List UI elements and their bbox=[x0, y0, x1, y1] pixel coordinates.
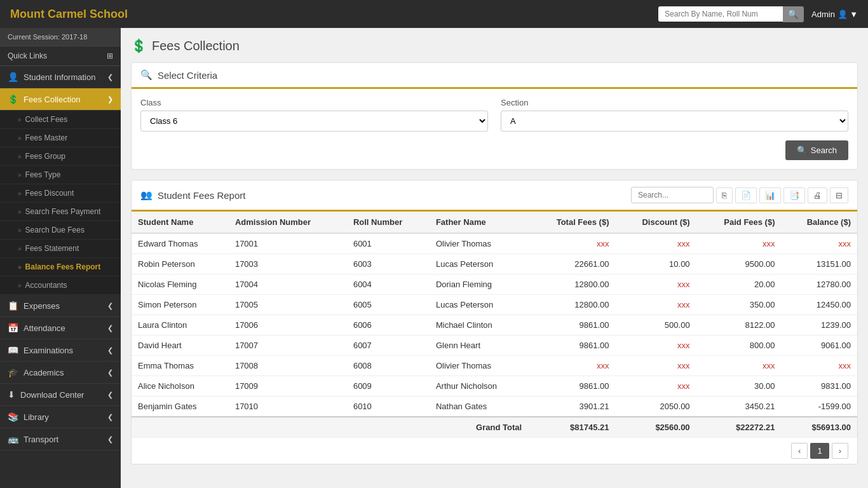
table-cell: Simon Peterson bbox=[132, 295, 229, 315]
table-cell: 9500.00 bbox=[696, 254, 782, 274]
print-button[interactable]: 🖨 bbox=[808, 187, 827, 203]
table-cell: 6001 bbox=[347, 233, 430, 254]
report-title: 👥 Student Fees Report bbox=[140, 189, 245, 201]
table-cell: 20.00 bbox=[696, 274, 782, 295]
table-cell: Glenn Heart bbox=[430, 336, 528, 356]
table-cell: 12800.00 bbox=[528, 295, 615, 315]
admin-menu[interactable]: Admin 👤 ▼ bbox=[811, 10, 858, 19]
table-cell: 17008 bbox=[229, 356, 347, 376]
table-header-row: Student Name Admission Number Roll Numbe… bbox=[132, 212, 857, 233]
columns-button[interactable]: ⊟ bbox=[830, 187, 848, 203]
excel-button[interactable]: 📊 bbox=[759, 187, 781, 203]
table-cell: xxx bbox=[696, 356, 782, 376]
sidebar-item-fees-collection[interactable]: 💲 Fees Collection ❯ bbox=[0, 88, 121, 111]
table-row: Benjamin Gates170106010Nathan Gates3901.… bbox=[132, 396, 857, 417]
page-1-button[interactable]: 1 bbox=[810, 443, 829, 459]
download-icon: ⬇ bbox=[8, 390, 15, 400]
table-row: Simon Peterson170056005Lucas Peterson128… bbox=[132, 295, 857, 315]
col-total-fees: Total Fees ($) bbox=[528, 212, 615, 233]
table-cell: 22661.00 bbox=[528, 254, 615, 274]
table-cell: xxx bbox=[696, 233, 782, 254]
table-search-input[interactable] bbox=[631, 187, 714, 203]
search-icon: 🔍 bbox=[140, 69, 153, 81]
grand-total-discount: $2560.00 bbox=[616, 417, 696, 438]
table-cell: 30.00 bbox=[696, 376, 782, 396]
sidebar-item-expenses[interactable]: 📋 Expenses ❮ bbox=[0, 295, 121, 317]
sidebar-item-download-center[interactable]: ⬇ Download Center ❮ bbox=[0, 384, 121, 406]
page-title-icon: 💲 bbox=[131, 38, 147, 53]
top-nav: Mount Carmel School 🔍 Admin 👤 ▼ bbox=[0, 0, 868, 28]
table-cell: 3901.21 bbox=[528, 396, 615, 417]
sub-fees-master[interactable]: » Fees Master bbox=[0, 129, 121, 147]
sub-search-due-fees[interactable]: » Search Due Fees bbox=[0, 221, 121, 240]
sub-fees-group[interactable]: » Fees Group bbox=[0, 147, 121, 166]
global-search-button[interactable]: 🔍 bbox=[783, 6, 804, 22]
grand-total-label: Grand Total bbox=[132, 417, 528, 438]
search-action: 🔍 Search bbox=[140, 140, 848, 160]
copy-button[interactable]: ⎘ bbox=[716, 187, 733, 203]
table-row: Emma Thomas170086008Olivier Thomasxxxxxx… bbox=[132, 356, 857, 376]
sidebar-item-academics[interactable]: 🎓 Academics ❮ bbox=[0, 362, 121, 384]
transport-icon: 🚌 bbox=[8, 434, 18, 444]
table-cell: 8122.00 bbox=[696, 315, 782, 336]
sidebar-item-examinations[interactable]: 📖 Examinations ❮ bbox=[0, 339, 121, 362]
section-select[interactable]: ABCD bbox=[501, 111, 848, 132]
table-cell: Lucas Peterson bbox=[430, 254, 528, 274]
table-cell: -1599.00 bbox=[782, 396, 857, 417]
grand-total-row: Grand Total $81745.21 $2560.00 $22272.21… bbox=[132, 417, 857, 438]
main-content: 💲 Fees Collection 🔍 Select Criteria Clas… bbox=[121, 28, 868, 488]
sub-accountants[interactable]: » Accountants bbox=[0, 276, 121, 295]
attendance-icon: 📅 bbox=[8, 323, 18, 333]
search-button[interactable]: 🔍 Search bbox=[785, 140, 848, 160]
sidebar-item-attendance[interactable]: 📅 Attendance ❮ bbox=[0, 317, 121, 339]
grand-total-fees: $81745.21 bbox=[528, 417, 615, 438]
sub-fees-discount[interactable]: » Fees Discount bbox=[0, 184, 121, 203]
col-admission-number: Admission Number bbox=[229, 212, 347, 233]
table-cell: 6008 bbox=[347, 356, 430, 376]
table-cell: 17003 bbox=[229, 254, 347, 274]
examinations-icon: 📖 bbox=[8, 345, 18, 355]
table-cell: xxx bbox=[528, 356, 615, 376]
table-cell: 9861.00 bbox=[528, 376, 615, 396]
quick-links-icon[interactable]: ⊞ bbox=[107, 51, 113, 60]
table-row: Laura Clinton170066006Michael Clinton986… bbox=[132, 315, 857, 336]
report-title-icon: 👥 bbox=[140, 189, 153, 201]
class-select[interactable]: Class 1Class 2Class 3 Class 4Class 5Clas… bbox=[140, 111, 488, 132]
chevron-icon: ❮ bbox=[107, 346, 113, 355]
search-btn-icon: 🔍 bbox=[797, 146, 807, 155]
sidebar-item-student-information[interactable]: 👤 Student Information ❮ bbox=[0, 66, 121, 88]
pdf-button[interactable]: 📑 bbox=[783, 187, 805, 203]
fees-icon: 💲 bbox=[8, 94, 18, 104]
sub-fees-type[interactable]: » Fees Type bbox=[0, 166, 121, 184]
sub-collect-fees[interactable]: » Collect Fees bbox=[0, 111, 121, 129]
sidebar-item-transport[interactable]: 🚌 Transport ❮ bbox=[0, 428, 121, 451]
prev-page-button[interactable]: ‹ bbox=[791, 443, 808, 459]
pagination: ‹ 1 › bbox=[132, 438, 857, 464]
col-balance: Balance ($) bbox=[782, 212, 857, 233]
report-card: 👥 Student Fees Report ⎘ 📄 📊 📑 🖨 ⊟ Studen bbox=[131, 180, 858, 464]
table-cell: 13151.00 bbox=[782, 254, 857, 274]
academics-icon: 🎓 bbox=[8, 367, 18, 377]
sidebar-item-library[interactable]: 📚 Library ❮ bbox=[0, 406, 121, 428]
criteria-card: 🔍 Select Criteria Class Class 1Class 2Cl… bbox=[131, 62, 858, 170]
table-cell: xxx bbox=[616, 356, 696, 376]
session-bar: Current Session: 2017-18 bbox=[0, 28, 121, 46]
chevron-icon: ❮ bbox=[107, 324, 113, 332]
sub-fees-statement[interactable]: » Fees Statement bbox=[0, 240, 121, 258]
sub-balance-fees-report[interactable]: » Balance Fees Report bbox=[0, 258, 121, 276]
table-row: Edward Thomas170016001Olivier Thomasxxxx… bbox=[132, 233, 857, 254]
chevron-icon: ❯ bbox=[107, 95, 113, 104]
table-cell: xxx bbox=[782, 356, 857, 376]
table-cell: xxx bbox=[616, 336, 696, 356]
sub-search-fees-payment[interactable]: » Search Fees Payment bbox=[0, 203, 121, 221]
table-cell: Benjamin Gates bbox=[132, 396, 229, 417]
table-cell: Laura Clinton bbox=[132, 315, 229, 336]
next-page-button[interactable]: › bbox=[832, 443, 848, 459]
table-row: Nicolas Fleming170046004Dorian Fleming12… bbox=[132, 274, 857, 295]
table-cell: 9831.00 bbox=[782, 376, 857, 396]
criteria-card-header: 🔍 Select Criteria bbox=[132, 63, 857, 89]
table-cell: 6010 bbox=[347, 396, 430, 417]
table-cell: 9861.00 bbox=[528, 315, 615, 336]
csv-button[interactable]: 📄 bbox=[735, 187, 757, 203]
global-search-input[interactable] bbox=[658, 6, 785, 22]
